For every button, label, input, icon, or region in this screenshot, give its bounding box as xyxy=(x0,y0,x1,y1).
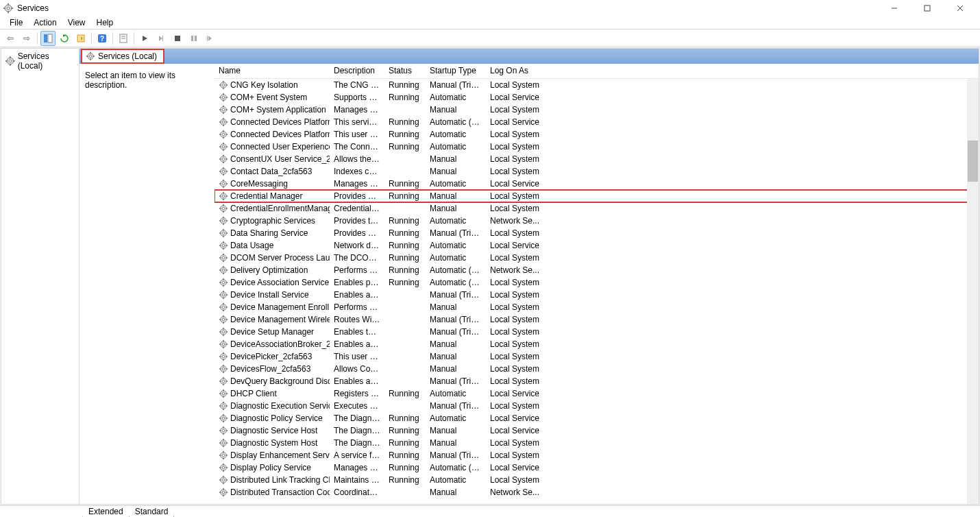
service-row[interactable]: Contact Data_2cfa563Indexes cont...Manua… xyxy=(215,165,979,178)
minimize-button[interactable] xyxy=(879,1,910,15)
service-startup: Automatic xyxy=(426,93,486,102)
service-description: Manages th... xyxy=(330,463,384,472)
gear-icon xyxy=(219,167,228,176)
service-row[interactable]: DHCP ClientRegisters an...RunningAutomat… xyxy=(215,387,979,400)
service-row[interactable]: CredentialEnrollmentManag...Credential E… xyxy=(215,202,979,215)
close-button[interactable] xyxy=(944,1,976,15)
service-row[interactable]: Diagnostic Policy ServiceThe Diagnos...R… xyxy=(215,412,979,424)
service-row[interactable]: Diagnostic Service HostThe Diagnos...Run… xyxy=(215,424,979,437)
service-row[interactable]: Distributed Link Tracking Cli...Maintain… xyxy=(215,474,979,486)
service-description: Enables a co... xyxy=(330,290,384,300)
service-description: Enables pairi... xyxy=(330,278,384,287)
service-name: Device Management Enroll... xyxy=(230,302,330,312)
col-header-description[interactable]: Description xyxy=(330,64,384,78)
service-row[interactable]: Diagnostic Execution ServiceExecutes dia… xyxy=(215,400,979,412)
service-status: Running xyxy=(384,438,426,448)
forward-button[interactable]: ⇨ xyxy=(19,31,34,46)
menu-file[interactable]: File xyxy=(4,16,28,29)
service-startup: Manual (Trigg... xyxy=(426,327,486,337)
tree-pane: Services (Local) xyxy=(1,49,79,504)
col-header-name[interactable]: Name xyxy=(215,64,330,78)
service-startup: Manual xyxy=(426,426,486,435)
tree-services-local[interactable]: Services (Local) xyxy=(3,50,77,72)
service-description: This user ser... xyxy=(330,352,384,361)
menu-help[interactable]: Help xyxy=(91,16,119,29)
service-row[interactable]: Delivery OptimizationPerforms co...Runni… xyxy=(215,264,979,276)
service-name: DeviceAssociationBroker_2cf... xyxy=(230,339,330,349)
start-button[interactable] xyxy=(137,31,152,46)
menu-action[interactable]: Action xyxy=(28,16,62,29)
service-logon: Local System xyxy=(486,327,548,337)
back-button[interactable]: ⇦ xyxy=(3,31,18,46)
service-description: The Diagnos... xyxy=(330,438,384,448)
show-hide-button[interactable] xyxy=(40,31,56,46)
service-name: DevQuery Background Disc... xyxy=(230,376,330,386)
service-startup: Automatic (De... xyxy=(426,265,486,275)
service-description: Provides sec... xyxy=(330,191,384,201)
service-startup: Manual xyxy=(426,364,486,374)
scroll-thumb[interactable] xyxy=(968,141,978,182)
col-header-logon[interactable]: Log On As xyxy=(486,64,548,78)
service-row[interactable]: DevQuery Background Disc...Enables app..… xyxy=(215,375,979,387)
service-name: Device Setup Manager xyxy=(230,327,314,337)
service-row[interactable]: COM+ System ApplicationManages th...Manu… xyxy=(215,104,979,116)
gear-icon xyxy=(219,475,228,485)
service-name: Distributed Transaction Coor... xyxy=(230,488,330,497)
tab-label: Services (Local) xyxy=(98,51,157,61)
refresh-button[interactable] xyxy=(57,31,72,46)
service-startup: Automatic xyxy=(426,130,486,139)
service-status: Running xyxy=(384,413,426,423)
service-row[interactable]: DeviceAssociationBroker_2cf...Enables ap… xyxy=(215,338,979,350)
service-row[interactable]: Device Association ServiceEnables pairi.… xyxy=(215,276,979,289)
service-row[interactable]: DevicesFlow_2cfa563Allows Conn...ManualL… xyxy=(215,363,979,375)
restart-button[interactable] xyxy=(203,31,218,46)
gear-icon xyxy=(219,117,228,127)
tab-extended[interactable]: Extended xyxy=(82,506,130,517)
service-description: Allows Conn... xyxy=(330,364,384,374)
service-row[interactable]: Credential ManagerProvides sec...Running… xyxy=(215,190,979,202)
service-row[interactable]: Connected User Experiences ...The Connec… xyxy=(215,141,979,153)
service-row[interactable]: Data UsageNetwork dat...RunningAutomatic… xyxy=(215,239,979,252)
stop-button[interactable] xyxy=(170,31,185,46)
service-row[interactable]: Data Sharing ServiceProvides dat...Runni… xyxy=(215,227,979,239)
gear-icon xyxy=(219,376,228,386)
pause-button[interactable] xyxy=(186,31,201,46)
service-row[interactable]: Cryptographic ServicesProvides thr...Run… xyxy=(215,215,979,227)
service-row[interactable]: Connected Devices Platform ...This servi… xyxy=(215,116,979,128)
col-header-status[interactable]: Status xyxy=(384,64,426,78)
service-row[interactable]: Display Policy ServiceManages th...Runni… xyxy=(215,461,979,474)
service-row[interactable]: Diagnostic System HostThe Diagnos...Runn… xyxy=(215,437,979,449)
vertical-scrollbar[interactable] xyxy=(967,79,979,504)
col-header-startup[interactable]: Startup Type xyxy=(426,64,486,78)
svg-rect-11 xyxy=(48,34,52,43)
service-logon: Local Service xyxy=(486,117,548,127)
maximize-button[interactable] xyxy=(911,1,943,15)
service-row[interactable]: ConsentUX User Service_2cf...Allows the … xyxy=(215,153,979,165)
step-button[interactable] xyxy=(154,31,169,46)
service-row[interactable]: COM+ Event SystemSupports Sy...RunningAu… xyxy=(215,91,979,104)
service-row[interactable]: Connected Devices Platform ...This user … xyxy=(215,128,979,141)
help-button[interactable]: ? xyxy=(95,31,110,46)
export-button[interactable] xyxy=(73,31,88,46)
service-row[interactable]: CNG Key IsolationThe CNG ke...RunningMan… xyxy=(215,79,979,91)
service-row[interactable]: Device Management Wireles...Routes Wirel… xyxy=(215,313,979,326)
service-row[interactable]: DevicePicker_2cfa563This user ser...Manu… xyxy=(215,350,979,363)
service-status: Running xyxy=(384,450,426,460)
gear-icon xyxy=(219,179,228,189)
service-name: CoreMessaging xyxy=(230,179,288,189)
window-title: Services xyxy=(17,3,879,13)
service-row[interactable]: Display Enhancement ServiceA service for… xyxy=(215,449,979,461)
service-description: Credential E... xyxy=(330,204,384,213)
service-row[interactable]: DCOM Server Process Launc...The DCOML...… xyxy=(215,252,979,264)
service-status: Running xyxy=(384,426,426,435)
service-row[interactable]: Device Management Enroll...Performs De..… xyxy=(215,301,979,313)
service-row[interactable]: Distributed Transaction Coor...Coordinat… xyxy=(215,486,979,498)
service-row[interactable]: CoreMessagingManages co...RunningAutomat… xyxy=(215,178,979,190)
svg-rect-23 xyxy=(175,36,180,41)
tab-services-local[interactable]: Services (Local) xyxy=(82,49,164,63)
menu-view[interactable]: View xyxy=(62,16,91,29)
properties-button[interactable] xyxy=(116,31,131,46)
tab-standard[interactable]: Standard xyxy=(129,506,175,517)
service-row[interactable]: Device Install ServiceEnables a co...Man… xyxy=(215,289,979,301)
service-row[interactable]: Device Setup ManagerEnables the ...Manua… xyxy=(215,326,979,338)
